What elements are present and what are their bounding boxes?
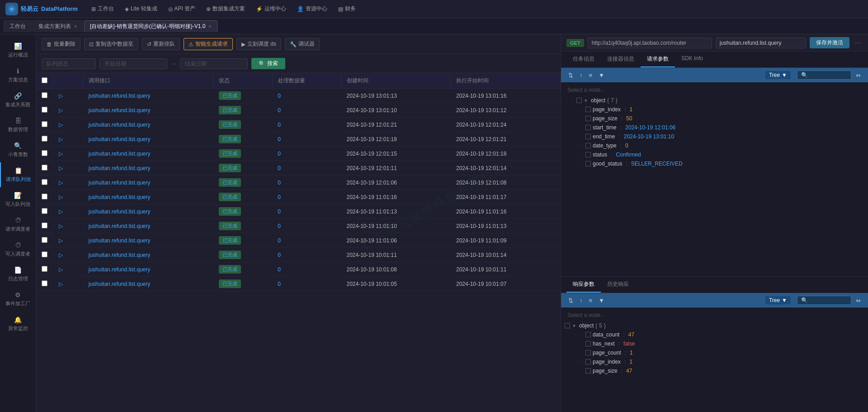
batch-delete-btn[interactable]: 🗑 批量删除 — [42, 38, 80, 50]
copy-filter-btn[interactable]: ⊡ 复制选中数据至 — [84, 38, 138, 50]
tab-task-info[interactable]: 任务信息 — [566, 52, 601, 67]
tab-main-close[interactable]: ✕ — [208, 24, 212, 29]
row-play[interactable]: ▷ — [53, 248, 83, 262]
resp-expand-icon[interactable]: ⇔ — [854, 296, 863, 305]
field-checkbox[interactable] — [585, 107, 591, 112]
row-api[interactable]: jushuitan.refund.list.query — [83, 262, 213, 277]
filter-icon[interactable]: ▼ — [597, 71, 606, 80]
tab-list[interactable]: 集成方案列表 ✕ — [33, 20, 83, 32]
row-play[interactable]: ▷ — [53, 147, 83, 161]
field-checkbox[interactable] — [585, 134, 591, 139]
row-play[interactable]: ▷ — [53, 219, 83, 233]
row-play[interactable]: ▷ — [53, 132, 83, 147]
api-url-input[interactable] — [588, 38, 712, 48]
row-api[interactable]: jushuitan.refund.list.query — [83, 161, 213, 175]
resp-up-icon[interactable]: ↑ — [578, 296, 585, 305]
nav-workbench[interactable]: ⊞ 工作台 — [87, 3, 118, 14]
response-tree-search[interactable] — [797, 296, 851, 305]
resp-field-checkbox[interactable] — [585, 332, 591, 337]
tree-field-row[interactable]: ⋮⋮ status : Confirmed — [561, 150, 868, 159]
save-activate-btn[interactable]: 保存并激活 — [810, 37, 849, 48]
instant-schedule-btn[interactable]: ▶ 立刻调度 ds — [236, 38, 281, 50]
row-play[interactable]: ▷ — [53, 118, 83, 132]
row-play[interactable]: ▷ — [53, 190, 83, 204]
row-play[interactable]: ▷ — [53, 233, 83, 248]
row-api[interactable]: jushuitan.refund.list.query — [83, 147, 213, 161]
end-date-input[interactable] — [180, 58, 248, 69]
root-expand[interactable]: ▼ — [584, 98, 589, 103]
nav-resources[interactable]: 👤 资源中心 — [292, 3, 332, 14]
resp-field-checkbox[interactable] — [585, 350, 591, 355]
sidebar-item-monitor[interactable]: 🔔 异常监控 — [0, 312, 36, 336]
tab-request-params[interactable]: 请求参数 — [641, 52, 675, 67]
sidebar-item-request-scheduler[interactable]: ⏱ 请求调度者 — [0, 212, 36, 237]
field-checkbox[interactable] — [585, 152, 591, 157]
row-check[interactable] — [36, 277, 53, 291]
row-check[interactable] — [36, 190, 53, 204]
row-play[interactable]: ▷ — [53, 103, 83, 118]
resp-sort-icon[interactable]: ⇅ — [566, 296, 575, 305]
row-check[interactable] — [36, 175, 53, 190]
expand-icon[interactable]: ⇔ — [854, 71, 863, 80]
resp-field-checkbox[interactable] — [585, 359, 591, 365]
tab-main[interactable]: [自动差缺]-销售退货同步(已确认-明细对接)-V1.0 ✕ — [84, 20, 217, 32]
tree-view-btn[interactable]: Tree ▼ — [765, 71, 791, 79]
sidebar-item-overview[interactable]: 📊 运行概况 — [0, 38, 36, 63]
resp-list-icon[interactable]: ≡ — [587, 296, 594, 305]
tree-field-row[interactable]: ⋮⋮ date_type : 0 — [561, 141, 868, 150]
row-check[interactable] — [36, 262, 53, 277]
nav-finance[interactable]: ▤ 财务 — [334, 3, 360, 14]
row-check[interactable] — [36, 103, 53, 118]
nav-ops[interactable]: ⚡ 运维中心 — [251, 3, 291, 14]
sidebar-item-request-queue[interactable]: 📋 请求队列池 — [0, 162, 36, 187]
row-check[interactable] — [36, 147, 53, 161]
row-check[interactable] — [36, 233, 53, 248]
row-api[interactable]: jushuitan.refund.list.query — [83, 219, 213, 233]
sidebar-item-info[interactable]: ℹ 方案信息 — [0, 63, 36, 88]
smart-generate-btn[interactable]: ⚠ 智能生成请求 — [184, 38, 233, 50]
row-api[interactable]: jushuitan.refund.list.query — [83, 89, 213, 103]
row-play[interactable]: ▷ — [53, 161, 83, 175]
response-field-row[interactable]: ⋮⋮ page_size : 47 — [561, 366, 868, 375]
row-api[interactable]: jushuitan.refund.list.query — [83, 233, 213, 248]
up-icon[interactable]: ↑ — [578, 71, 585, 80]
row-play[interactable]: ▷ — [53, 204, 83, 219]
response-tree-view-btn[interactable]: Tree ▼ — [765, 296, 791, 304]
start-date-input[interactable] — [99, 58, 167, 69]
root-checkbox[interactable] — [576, 98, 582, 103]
row-api[interactable]: jushuitan.refund.list.query — [83, 190, 213, 204]
row-play[interactable]: ▷ — [53, 89, 83, 103]
field-checkbox[interactable] — [585, 143, 591, 148]
row-check[interactable] — [36, 204, 53, 219]
row-check[interactable] — [36, 89, 53, 103]
row-play[interactable]: ▷ — [53, 262, 83, 277]
queue-status-input[interactable] — [42, 58, 96, 69]
row-check[interactable] — [36, 161, 53, 175]
sidebar-item-query[interactable]: 🔍 小青查数 — [0, 137, 36, 162]
nav-data[interactable]: ⊕ 数据集成方案 — [202, 3, 250, 14]
field-checkbox[interactable] — [585, 116, 591, 121]
tab-sdk-info[interactable]: SDK Info — [675, 52, 709, 67]
sidebar-item-events[interactable]: ⚙ 事件加工厂 — [0, 287, 36, 312]
tab-connector-info[interactable]: 连接器信息 — [601, 52, 641, 67]
tab-workbench[interactable]: 工作台 — [4, 20, 32, 32]
tab-history-response[interactable]: 历史响应 — [601, 277, 635, 293]
nav-lite[interactable]: ◈ Lite 轻集成 — [120, 3, 162, 14]
row-check[interactable] — [36, 132, 53, 147]
row-check[interactable] — [36, 219, 53, 233]
tree-field-row[interactable]: ⋮⋮ page_index : 1 — [561, 105, 868, 114]
response-field-row[interactable]: ⋮⋮ page_index : 1 — [561, 357, 868, 366]
debug-btn[interactable]: 🔧 调试器 — [285, 38, 320, 50]
resp-root-expand[interactable]: ▼ — [572, 323, 577, 328]
row-api[interactable]: jushuitan.refund.list.query — [83, 204, 213, 219]
resp-filter-icon[interactable]: ▼ — [597, 296, 606, 305]
row-play[interactable]: ▷ — [53, 277, 83, 291]
response-field-row[interactable]: ⋮⋮ page_count : 1 — [561, 348, 868, 357]
list-icon[interactable]: ≡ — [587, 71, 594, 80]
row-check[interactable] — [36, 118, 53, 132]
row-play[interactable]: ▷ — [53, 175, 83, 190]
tree-field-row[interactable]: ⋮⋮ start_time : 2024-10-19 12:01:06 — [561, 123, 868, 132]
row-check[interactable] — [36, 248, 53, 262]
tree-field-row[interactable]: ⋮⋮ good_status : SELLER_RECEIVED — [561, 159, 868, 168]
sidebar-item-write-scheduler[interactable]: ⏱ 写入调度者 — [0, 237, 36, 262]
